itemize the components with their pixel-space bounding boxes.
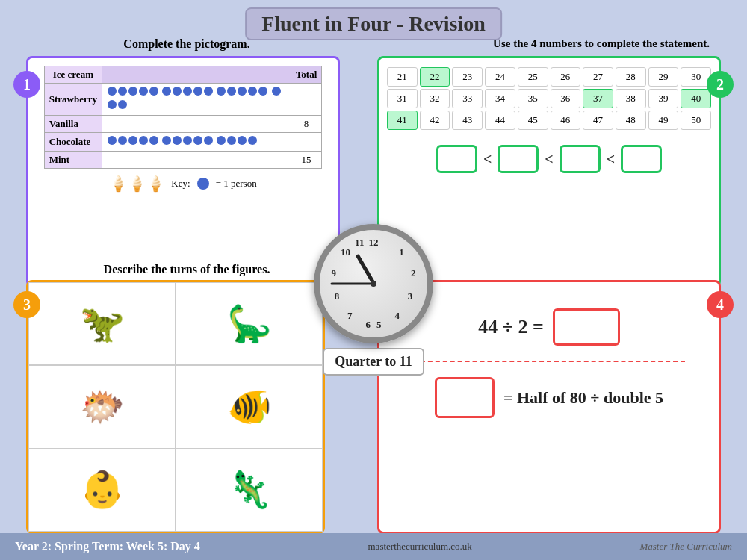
table-row: Chocolate	[44, 133, 322, 152]
num-cell-25: 25	[518, 67, 548, 87]
key-desc: = 1 person	[216, 178, 257, 190]
section1-box: Ice cream Total Strawberry Vanilla 8	[26, 56, 340, 287]
footer-term: Year 2: Spring Term: Week 5: Day 4	[15, 540, 200, 553]
row-total: 15	[291, 152, 321, 169]
row-total	[291, 84, 321, 116]
clock-section: 12 1 2 3 4 5 6 7 8 9 10 11 Quarter to 11	[299, 224, 448, 376]
section2-title: Use the 4 numbers to complete the statem…	[381, 37, 710, 50]
section1-title: Complete the pictogram.	[45, 37, 329, 51]
clock-num-5: 5	[376, 319, 382, 331]
clock-num-9: 9	[331, 267, 336, 279]
num-cell-22: 22	[420, 67, 450, 87]
figure-cell-6: 🦎	[176, 449, 323, 532]
row-total	[291, 133, 321, 152]
answer-box-1[interactable]	[553, 308, 620, 346]
num-cell-43: 43	[452, 111, 483, 130]
clock-num-12: 12	[369, 237, 379, 249]
num-cell-33: 33	[452, 89, 483, 108]
num-cell-38: 38	[616, 89, 646, 108]
row-dots	[102, 116, 291, 133]
division-equation-2: = Half of 80 ÷ double 5	[379, 377, 719, 418]
equation2-text: = Half of 80 ÷ double 5	[503, 388, 663, 408]
compare-input-1[interactable]	[436, 145, 477, 173]
num-cell-23: 23	[452, 67, 483, 87]
clock-minute-hand	[330, 283, 374, 285]
clock-label: Quarter to 11	[323, 348, 424, 376]
num-cell-46: 46	[551, 111, 581, 130]
clock-num-2: 2	[411, 267, 416, 279]
section3-box: 🦖 🦕 🐡 🐠 👶 🦎	[26, 280, 325, 534]
num-cell-39: 39	[648, 89, 679, 108]
footer: Year 2: Spring Term: Week 5: Day 4 maste…	[0, 533, 747, 560]
row-label: Vanilla	[44, 116, 102, 133]
equation1-text: 44 ÷ 2 =	[478, 316, 544, 338]
num-cell-36: 36	[551, 89, 581, 108]
key-dot-icon	[197, 178, 209, 190]
compare-input-2[interactable]	[498, 145, 539, 173]
num-cell-26: 26	[551, 67, 581, 87]
pictogram-key: 🍦🍦🍦 Key: = 1 person	[28, 175, 338, 193]
pictogram-table: Ice cream Total Strawberry Vanilla 8	[44, 66, 323, 169]
table-row: Strawberry	[44, 84, 322, 116]
clock-num-4: 4	[394, 310, 400, 322]
num-cell-37: 37	[583, 89, 613, 108]
clock-num-10: 10	[341, 246, 350, 258]
compare-row: < < <	[379, 145, 719, 173]
table-row: Mint 15	[44, 152, 322, 169]
clock-num-11: 11	[355, 237, 364, 249]
num-cell-50: 50	[681, 111, 711, 130]
num-cell-44: 44	[485, 111, 515, 130]
num-cell-24: 24	[485, 67, 515, 87]
num-cell-21: 21	[387, 67, 418, 87]
num-cell-45: 45	[518, 111, 548, 130]
row-label: Chocolate	[44, 133, 102, 152]
row-dots	[102, 133, 291, 152]
row-dots	[102, 152, 291, 169]
section-bubble-2: 2	[707, 71, 734, 98]
section-bubble-1: 1	[13, 71, 40, 98]
footer-website: masterthecurriculum.co.uk	[368, 541, 472, 553]
ice-cream-icon: 🍦🍦🍦	[109, 175, 165, 193]
figure-cell-1: 🦖	[28, 282, 176, 365]
clock-hour-hand	[355, 254, 375, 284]
clock-face: 12 1 2 3 4 5 6 7 8 9 10 11	[314, 224, 433, 343]
clock-num-6: 6	[366, 319, 371, 331]
divider-line	[413, 361, 684, 362]
num-cell-32: 32	[420, 89, 450, 108]
num-cell-48: 48	[616, 111, 646, 130]
compare-symbol-1: <	[483, 151, 492, 168]
compare-input-3[interactable]	[560, 145, 601, 173]
figures-grid: 🦖 🦕 🐡 🐠 👶 🦎	[28, 282, 323, 532]
figure-cell-5: 👶	[28, 449, 176, 532]
num-cell-40: 40	[681, 89, 711, 108]
section-bubble-4: 4	[707, 291, 734, 318]
clock-num-1: 1	[399, 246, 404, 258]
figure-cell-4: 🐠	[176, 365, 323, 448]
clock-num-7: 7	[347, 310, 353, 322]
num-cell-49: 49	[648, 111, 679, 130]
row-dots	[102, 84, 291, 116]
table-row: Vanilla 8	[44, 116, 322, 133]
footer-brand: Master The Curriculum	[639, 541, 732, 553]
row-label: Strawberry	[44, 84, 102, 116]
num-cell-28: 28	[616, 67, 646, 87]
num-cell-27: 27	[583, 67, 613, 87]
section-bubble-3: 3	[13, 291, 40, 318]
row-total: 8	[291, 116, 321, 133]
num-cell-29: 29	[648, 67, 679, 87]
num-cell-35: 35	[518, 89, 548, 108]
picto-header-total: Total	[291, 66, 321, 84]
num-cell-34: 34	[485, 89, 515, 108]
picto-header-label: Ice cream	[44, 66, 102, 84]
number-grid: 2122232425262728293031323334353637383940…	[379, 58, 719, 136]
clock-num-3: 3	[408, 290, 413, 302]
clock-num-8: 8	[335, 290, 340, 302]
num-cell-41: 41	[387, 111, 418, 130]
num-cell-42: 42	[420, 111, 450, 130]
compare-input-4[interactable]	[621, 145, 662, 173]
row-label: Mint	[44, 152, 102, 169]
answer-box-2[interactable]	[435, 377, 495, 418]
compare-symbol-2: <	[545, 151, 553, 168]
key-text: Key:	[171, 178, 190, 190]
figure-cell-3: 🐡	[28, 365, 176, 448]
